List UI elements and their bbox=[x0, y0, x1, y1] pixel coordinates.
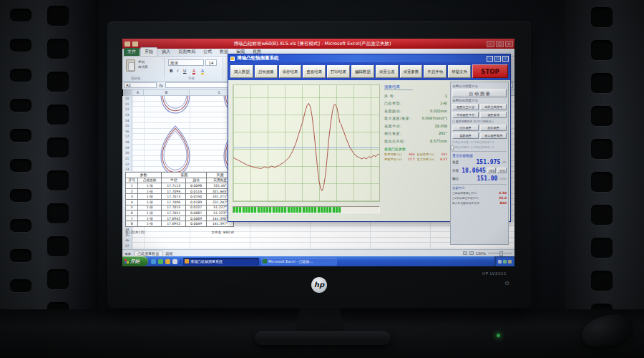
table-cell: 1-排 bbox=[138, 183, 162, 189]
progress-fill bbox=[233, 207, 341, 213]
view-normal-icon[interactable] bbox=[463, 251, 467, 255]
toolbar-button-1[interactable]: 启动测量 bbox=[255, 65, 278, 78]
button-row: 测量任意工步选择主轴序号 bbox=[452, 104, 507, 110]
toolbar-button-2[interactable]: 保存结果 bbox=[279, 65, 302, 78]
row-number[interactable]: 15 bbox=[122, 123, 132, 129]
copy-label[interactable]: 复制 bbox=[138, 60, 145, 64]
rack-slot bbox=[47, 170, 69, 190]
ctl-button-b-0-0[interactable]: 正向测量 bbox=[452, 125, 479, 131]
minimize-button[interactable]: – bbox=[487, 41, 494, 47]
row-number[interactable]: 10 bbox=[122, 96, 132, 102]
rack-slot bbox=[10, 279, 31, 292]
row-number[interactable]: 21 bbox=[122, 156, 132, 162]
hp-logo: hp bbox=[311, 277, 327, 293]
ie-icon[interactable] bbox=[151, 259, 156, 264]
toolbar-button-6[interactable]: 设置公差 bbox=[376, 65, 399, 78]
row-number[interactable]: 12 bbox=[122, 107, 132, 112]
sheet-tab[interactable]: 凸轮测量数据 bbox=[134, 251, 162, 256]
table-cell: 1-排 bbox=[138, 205, 162, 211]
sheet-nav-icons[interactable]: ◀ ▶ bbox=[125, 251, 131, 256]
folder-icon[interactable] bbox=[165, 259, 170, 264]
media-icon[interactable] bbox=[158, 259, 163, 264]
readout-row: 角度151.975(度) bbox=[452, 159, 507, 165]
ctl-button-b-1-0[interactable]: 重新测量 bbox=[452, 132, 479, 139]
ctl-button-a-1-0[interactable]: 手动测量平台 bbox=[452, 112, 479, 118]
results-header: 测量结果 bbox=[384, 84, 413, 90]
fill-color-button[interactable]: A bbox=[201, 68, 204, 74]
row-number[interactable]: 22 bbox=[122, 162, 132, 168]
clipboard-group-label: 剪贴板 bbox=[131, 77, 141, 80]
ctl-button-b-1-1[interactable]: 退出测量程序 bbox=[480, 132, 507, 139]
font-size-select[interactable]: 14 bbox=[205, 59, 217, 66]
toolbar-button-5[interactable]: 编辑数据 bbox=[351, 65, 374, 78]
row-number[interactable]: 36 bbox=[122, 238, 132, 243]
ctl-button-a-0-0[interactable]: 测量任意工步 bbox=[452, 104, 479, 110]
name-box[interactable]: A1 bbox=[124, 82, 157, 88]
ribbon-tab-0[interactable]: 文件 bbox=[124, 48, 140, 56]
undo-icon[interactable] bbox=[132, 42, 138, 47]
font-color-button[interactable]: A bbox=[192, 68, 195, 74]
maximize-button[interactable]: □ bbox=[496, 41, 504, 47]
row-number[interactable]: 19 bbox=[122, 145, 132, 151]
ribbon-tab-3[interactable]: 页面布局 bbox=[175, 48, 199, 56]
auto-measure-button[interactable]: 自 动 测 量 bbox=[452, 89, 507, 97]
zoom-slider[interactable] bbox=[488, 253, 512, 253]
column-header[interactable]: B bbox=[144, 90, 190, 95]
readout-label: 轴位 bbox=[452, 177, 462, 180]
view-layout-icon[interactable] bbox=[469, 251, 474, 255]
paste-icon[interactable] bbox=[126, 59, 135, 72]
excel-title-bar: 博瑞凸轮标准w60(B).XLS.xls [兼容模式] - Microsoft … bbox=[122, 39, 514, 49]
rack-slot bbox=[47, 105, 69, 125]
table-cell: 17.6952 bbox=[162, 221, 186, 227]
row-number[interactable]: 17 bbox=[122, 134, 132, 140]
close-button[interactable]: × bbox=[502, 56, 509, 62]
row-number[interactable]: 20 bbox=[122, 150, 132, 156]
center-label: 输入标准数据名称文件: bbox=[452, 201, 480, 205]
ctl-button-b-0-1[interactable]: 反向测量 bbox=[480, 125, 507, 131]
table-header-cell: 跳动 bbox=[186, 178, 207, 183]
toolbar-button-9[interactable]: 帮助文件 bbox=[448, 65, 471, 78]
ctl-button-a-1-1[interactable]: 测量暂停 bbox=[480, 112, 507, 118]
tray-icon[interactable] bbox=[503, 260, 507, 263]
ctl-button-a-0-1[interactable]: 选择主轴序号 bbox=[480, 104, 507, 110]
result-value: 0.0087mm/(°) bbox=[422, 116, 447, 120]
desktop-icon[interactable] bbox=[172, 259, 177, 264]
toolbar-button-3[interactable]: 查看结果 bbox=[303, 65, 326, 78]
save-icon[interactable] bbox=[125, 42, 130, 47]
start-button[interactable]: 开始 bbox=[122, 256, 148, 266]
rack-slot bbox=[591, 172, 613, 192]
format-painter-label[interactable]: 格式刷 bbox=[138, 65, 148, 69]
ribbon-tab-2[interactable]: 插入 bbox=[158, 48, 174, 56]
row-number[interactable]: 37 bbox=[122, 243, 132, 249]
tray-icon[interactable] bbox=[508, 260, 512, 263]
ribbon-tab-1[interactable]: 开始 bbox=[140, 47, 157, 56]
row-number[interactable]: 16 bbox=[122, 129, 132, 135]
row-number[interactable]: 18 bbox=[122, 140, 132, 145]
minimize-button[interactable]: – bbox=[487, 56, 493, 62]
task-button[interactable]: Microsoft Excel - 凸轮标... bbox=[261, 258, 337, 266]
measurement-title: 博瑞凸轮轴测量系统 bbox=[237, 55, 487, 62]
toolbar-button-0[interactable]: 调入数据 bbox=[230, 65, 253, 78]
table-group-header: 参数 bbox=[126, 173, 162, 178]
row-number[interactable]: 13 bbox=[122, 112, 132, 118]
task-button[interactable]: 博瑞凸轮轴测量系统 bbox=[183, 258, 259, 266]
toolbar-button-4[interactable]: 打印结果 bbox=[327, 65, 350, 78]
close-button[interactable]: × bbox=[505, 41, 513, 47]
ribbon-tab-4[interactable]: 公式 bbox=[200, 48, 215, 56]
italic-button[interactable]: I bbox=[177, 68, 178, 73]
maximize-button[interactable]: □ bbox=[494, 56, 501, 62]
bold-button[interactable]: B bbox=[170, 68, 173, 73]
table-cell: 0.0049 bbox=[186, 221, 207, 227]
stop-button[interactable]: STOP bbox=[472, 64, 508, 78]
toolbar-button-8[interactable]: 开启手动 bbox=[424, 65, 447, 78]
readout-button[interactable]: 归零 bbox=[497, 168, 507, 173]
row-number[interactable]: 14 bbox=[122, 118, 132, 124]
power-button[interactable]: ⏻ bbox=[505, 281, 509, 286]
toolbar-button-7[interactable]: 设置参数 bbox=[400, 65, 423, 78]
row-number[interactable]: 11 bbox=[122, 102, 132, 107]
underline-button[interactable]: U bbox=[183, 68, 186, 73]
readout-button[interactable]: 清零 bbox=[487, 168, 497, 173]
font-name-select[interactable]: 黑体 bbox=[168, 59, 204, 66]
tray-icon[interactable] bbox=[498, 260, 502, 263]
column-header[interactable]: A bbox=[132, 90, 144, 95]
